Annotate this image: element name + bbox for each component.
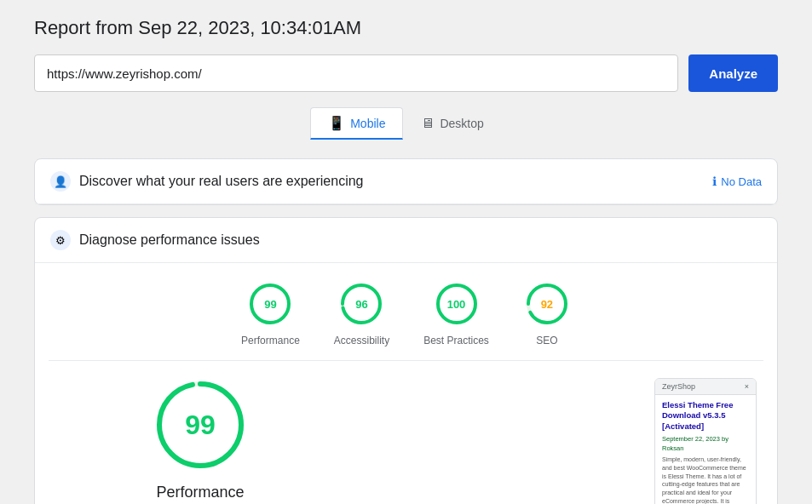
metric-value-2: 100 (447, 298, 466, 311)
desktop-icon: 🖥 (421, 116, 435, 131)
big-score-circle: 99 (153, 378, 247, 472)
metric-label-3: SEO (536, 335, 557, 346)
tab-desktop[interactable]: 🖥 Desktop (403, 107, 501, 140)
metric-circle-3: 92 (523, 280, 571, 328)
big-score-area: 99 Performance Values are estimated and … (55, 378, 345, 504)
metric-circle-2: 100 (433, 280, 481, 328)
tab-mobile-label: Mobile (350, 117, 385, 130)
metric-item-best-practices: 100 Best Practices (423, 280, 489, 346)
screenshot-content: Elessi Theme Free Download v5.3.5 [Activ… (655, 395, 756, 504)
diagnose-icon: ⚙ (50, 230, 71, 250)
no-data-badge: ℹ No Data (712, 175, 762, 188)
metric-label-2: Best Practices (423, 335, 489, 346)
mobile-icon: 📱 (328, 115, 345, 131)
metric-item-performance: 99 Performance (241, 280, 300, 346)
diagnose-title: Diagnose performance issues (79, 232, 260, 248)
diagnose-header: ⚙ Diagnose performance issues (35, 218, 777, 263)
page-wrapper: Report from Sep 22, 2023, 10:34:01AM Ana… (0, 0, 812, 504)
metric-value-1: 96 (355, 298, 367, 311)
screenshot-site-name: ZeyrShop (662, 382, 695, 391)
metrics-row: 99 Performance 96 Accessibility 100 Best (35, 263, 777, 360)
metric-item-accessibility: 96 Accessibility (334, 280, 389, 346)
big-score-value: 99 (185, 410, 216, 441)
tabs-row: 📱 Mobile 🖥 Desktop (34, 107, 778, 140)
metric-label-0: Performance (241, 335, 300, 346)
metric-circle-0: 99 (246, 280, 294, 328)
info-icon: ℹ (712, 175, 717, 188)
tab-desktop-label: Desktop (440, 117, 483, 130)
analyze-button[interactable]: Analyze (688, 54, 778, 92)
metric-label-1: Accessibility (334, 335, 389, 346)
url-row: Analyze (34, 54, 778, 92)
big-score-label: Performance (156, 484, 244, 501)
tab-mobile[interactable]: 📱 Mobile (310, 107, 403, 140)
metric-circle-1: 96 (337, 280, 385, 328)
diagnose-section: ⚙ Diagnose performance issues 99 Perform… (34, 217, 778, 504)
screenshot-close-icon: × (745, 382, 749, 391)
real-users-icon: 👤 (50, 171, 71, 192)
metric-value-3: 92 (541, 298, 553, 311)
screenshot-date: September 22, 2023 by Roksan (662, 435, 749, 453)
metric-value-0: 99 (264, 298, 276, 311)
report-title: Report from Sep 22, 2023, 10:34:01AM (34, 17, 778, 39)
screenshot-bar: ZeyrShop × (655, 379, 756, 395)
screenshot-mock: ZeyrShop × Elessi Theme Free Download v5… (654, 378, 757, 504)
metric-item-seo: 92 SEO (523, 280, 571, 346)
no-data-label: No Data (721, 175, 762, 188)
real-users-header: 👤 Discover what your real users are expe… (35, 159, 777, 204)
url-input[interactable] (34, 54, 678, 92)
perf-detail: 99 Performance Values are estimated and … (35, 361, 777, 504)
real-users-header-left: 👤 Discover what your real users are expe… (50, 171, 363, 192)
real-users-section: 👤 Discover what your real users are expe… (34, 158, 778, 205)
diagnose-header-left: ⚙ Diagnose performance issues (50, 230, 260, 250)
real-users-title: Discover what your real users are experi… (79, 174, 363, 189)
screenshot-body: Simple, modern, user-friendly, and best … (662, 455, 749, 504)
screenshot-area: ZeyrShop × Elessi Theme Free Download v5… (379, 378, 757, 504)
screenshot-article-title: Elessi Theme Free Download v5.3.5 [Activ… (662, 400, 749, 432)
